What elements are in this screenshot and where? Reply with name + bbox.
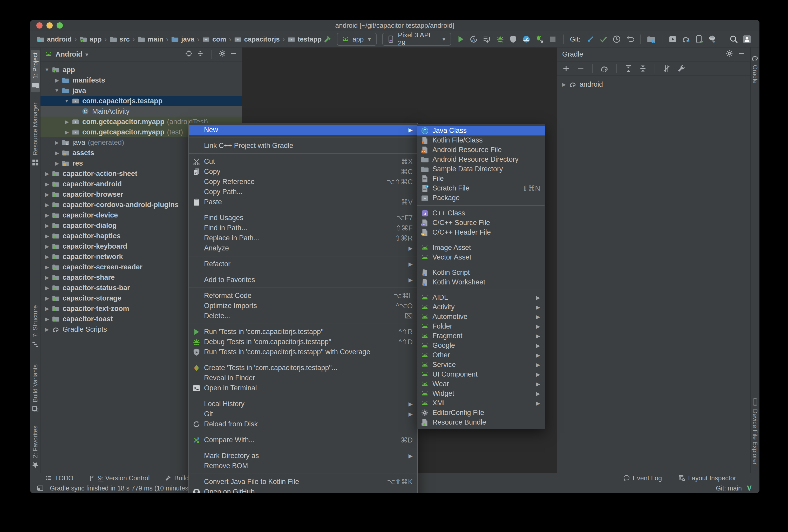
context-menu-item-find-usages[interactable]: Find Usages⌥F7 <box>189 213 417 223</box>
collapsed-arrow-icon[interactable]: ▶ <box>52 150 62 156</box>
new-submenu-item-sample-data-directory[interactable]: Sample Data Directory <box>417 164 545 174</box>
gradle-minus-i-button[interactable] <box>575 62 587 75</box>
collapsed-arrow-icon[interactable]: ▶ <box>42 275 52 280</box>
collapsed-arrow-icon[interactable]: ▶ <box>52 160 62 166</box>
context-menu-item-analyze[interactable]: Analyze▶ <box>189 243 417 253</box>
context-menu-item-debug-tests-in-com-capacitorjs-testapp[interactable]: Debug 'Tests in 'com.capacitorjs.testapp… <box>189 337 417 347</box>
sidebar-tab-7-structure[interactable]: 7: Structure <box>31 302 40 351</box>
collapsed-arrow-icon[interactable]: ▶ <box>52 77 62 83</box>
context-menu-item-open-on-github[interactable]: Open on GitHub <box>189 487 417 493</box>
breadcrumb-item-android[interactable]: android <box>37 35 72 43</box>
collapsed-arrow-icon[interactable]: ▶ <box>42 306 52 312</box>
new-submenu-item-activity[interactable]: Activity▶ <box>417 302 545 312</box>
panel-minimize-button[interactable] <box>230 50 237 59</box>
collapsed-arrow-icon[interactable]: ▶ <box>52 140 62 145</box>
device-select[interactable]: Pixel 3 API 29▼ <box>382 33 451 46</box>
profiler-button[interactable] <box>521 33 532 45</box>
sidebar-tab-resource-manager[interactable]: Resource Manager <box>31 100 40 169</box>
gradle-collapse-all-button[interactable] <box>637 62 649 75</box>
panel-collapse-all-button[interactable] <box>196 50 204 59</box>
zoom-window-button[interactable] <box>57 22 63 28</box>
collapsed-arrow-icon[interactable]: ▶ <box>42 295 52 301</box>
context-menu-item-refactor[interactable]: Refactor▶ <box>189 259 417 269</box>
minimize-window-button[interactable] <box>46 22 53 28</box>
collapsed-arrow-icon[interactable]: ▶ <box>559 81 569 87</box>
context-menu-item-copy[interactable]: Copy⌘C <box>189 166 417 177</box>
hammer-button[interactable] <box>321 33 333 45</box>
collapsed-arrow-icon[interactable]: ▶ <box>42 202 52 208</box>
toolwindow-button-layout-inspector[interactable]: Layout Inspector <box>678 474 736 482</box>
new-submenu-item-c-c-header-file[interactable]: HC/C++ Header File <box>417 228 545 237</box>
history-button[interactable] <box>611 33 623 45</box>
context-menu-item-copy-path[interactable]: Copy Path... <box>189 187 417 197</box>
search-button[interactable] <box>728 33 740 45</box>
debug-button[interactable] <box>494 33 506 45</box>
context-menu-item-reload-from-disk[interactable]: Reload from Disk <box>189 419 417 429</box>
new-submenu-item-aidl[interactable]: AIDL▶ <box>417 293 545 302</box>
rollback-button[interactable] <box>624 33 636 45</box>
context-menu-item-run-tests-in-com-capacitorjs-testapp[interactable]: Run 'Tests in 'com.capacitorjs.testapp''… <box>189 327 417 337</box>
attach-debugger-button[interactable] <box>534 33 545 45</box>
collapsed-arrow-icon[interactable]: ▶ <box>42 192 52 197</box>
new-submenu-item-kotlin-worksheet[interactable]: Kotlin Worksheet <box>417 277 545 287</box>
collapsed-arrow-icon[interactable]: ▶ <box>42 285 52 291</box>
panel-locate-button[interactable] <box>185 50 193 59</box>
context-menu-item-copy-reference[interactable]: Copy Reference⌥⇧⌘C <box>189 177 417 187</box>
gradle-tree-item-android[interactable]: ▶android <box>557 79 750 90</box>
tree-item-com-capacitorjs-testapp[interactable]: ▼com.capacitorjs.testapp <box>40 96 242 106</box>
context-menu-item-compare-with[interactable]: Compare With...⌘D <box>189 435 417 445</box>
tree-item-java[interactable]: ▼java <box>40 85 242 96</box>
new-submenu-item-java-class[interactable]: CJava Class <box>417 126 545 136</box>
new-submenu-item-kotlin-file-class[interactable]: Kotlin File/Class <box>417 136 545 145</box>
breadcrumb-item-main[interactable]: main <box>138 35 163 43</box>
new-submenu-item-wear[interactable]: Wear▶ <box>417 379 545 389</box>
sidebar-tab-2-favorites[interactable]: 2: Favorites <box>31 423 40 472</box>
context-menu-item-replace-in-path[interactable]: Replace in Path...⇧⌘R <box>189 233 417 243</box>
gradle-plus-button[interactable] <box>560 62 572 75</box>
run-configuration-select[interactable]: app▼ <box>337 33 377 46</box>
new-submenu-item-android-resource-directory[interactable]: Android Resource Directory <box>417 155 545 164</box>
sdk-manager-button[interactable] <box>707 33 718 45</box>
context-menu-item-link-c-project-with-gradle[interactable]: Link C++ Project with Gradle <box>189 141 417 151</box>
tree-item-mainactivity[interactable]: CMainActivity <box>40 106 242 117</box>
expanded-arrow-icon[interactable]: ▼ <box>42 67 52 73</box>
new-submenu-item-file[interactable]: File <box>417 174 545 183</box>
new-submenu-item-service[interactable]: Service▶ <box>417 360 545 370</box>
context-menu-item-delete[interactable]: Delete...⌧ <box>189 311 417 321</box>
new-submenu-item-image-asset[interactable]: Image Asset <box>417 243 545 253</box>
context-menu-item-new[interactable]: New▶ <box>189 125 417 135</box>
context-menu-item-remove-bom[interactable]: Remove BOM <box>189 461 417 471</box>
device-manager-button[interactable] <box>693 33 705 45</box>
title-bar[interactable]: android [~/git/capacitor-testapp/android… <box>30 20 760 31</box>
breadcrumb-item-capacitorjs[interactable]: capacitorjs <box>234 35 279 43</box>
new-submenu-item-scratch-file[interactable]: Scratch File⇧⌘N <box>417 183 545 193</box>
gradle-minimize-button[interactable] <box>737 50 745 59</box>
collapsed-arrow-icon[interactable]: ▶ <box>42 264 52 270</box>
new-submenu-item-android-resource-file[interactable]: <>Android Resource File <box>417 145 545 155</box>
context-menu-item-add-to-favorites[interactable]: Add to Favorites▶ <box>189 275 417 285</box>
collapsed-arrow-icon[interactable]: ▶ <box>42 233 52 239</box>
collapsed-arrow-icon[interactable]: ▶ <box>62 129 72 135</box>
tree-item-app[interactable]: ▼app <box>40 65 242 75</box>
collapsed-arrow-icon[interactable]: ▶ <box>42 223 52 229</box>
new-submenu-item-c-class[interactable]: SC++ Class <box>417 209 545 218</box>
context-menu-item-run-tests-in-com-capacitorjs-testapp-wit[interactable]: Run 'Tests in 'com.capacitorjs.testapp''… <box>189 347 417 357</box>
toolwindow-button-todo[interactable]: TODO <box>45 474 74 482</box>
toolwindow-button-9-version-control[interactable]: 9: Version Control <box>88 474 150 482</box>
new-submenu-item-kotlin-script[interactable]: Kotlin Script <box>417 268 545 277</box>
breadcrumb-item-src[interactable]: src <box>110 35 130 43</box>
sidebar-tab-gradle[interactable]: Gradle <box>751 52 760 86</box>
new-submenu-item-google[interactable]: Google▶ <box>417 341 545 350</box>
collapsed-arrow-icon[interactable]: ▶ <box>42 327 52 332</box>
context-menu-item-local-history[interactable]: Local History▶ <box>189 399 417 409</box>
toolwindow-button-build[interactable]: Build <box>165 474 189 482</box>
new-submenu-item-editorconfig-file[interactable]: EditorConfig File <box>417 408 545 417</box>
expanded-arrow-icon[interactable]: ▼ <box>52 88 62 94</box>
sidebar-tab-build-variants[interactable]: Build Variants <box>31 362 40 416</box>
restart-activity-button[interactable]: A <box>468 33 480 45</box>
sidebar-tab-1-project[interactable]: 1: Project <box>31 50 40 92</box>
gradle-wrench-button[interactable] <box>675 62 687 75</box>
collapsed-arrow-icon[interactable]: ▶ <box>42 243 52 250</box>
breadcrumb-item-app[interactable]: app <box>79 35 101 43</box>
context-menu-item-cut[interactable]: Cut⌘X <box>189 157 417 166</box>
